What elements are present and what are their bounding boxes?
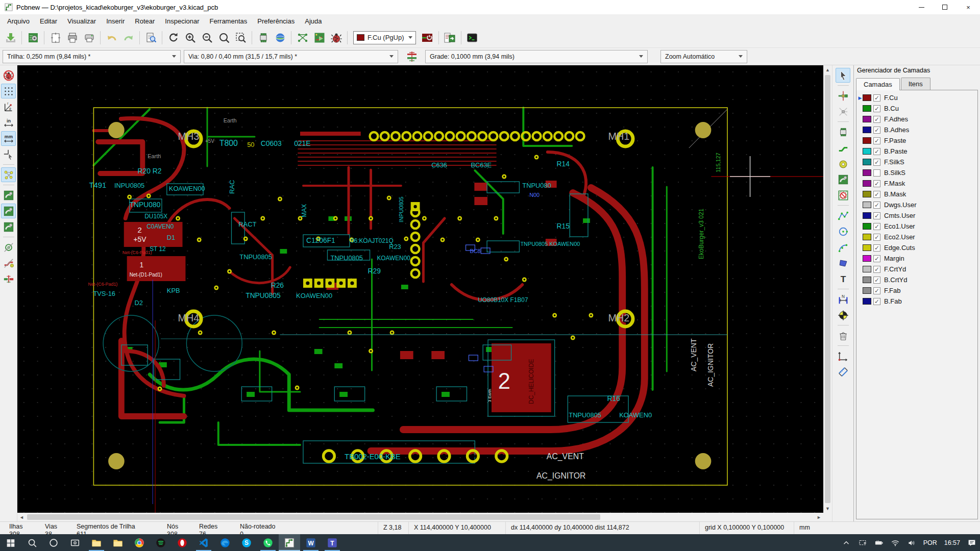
- track-outline-mode-button[interactable]: [1, 256, 16, 270]
- taskbar-whatsapp[interactable]: [257, 534, 279, 551]
- layer-color-swatch[interactable]: [863, 202, 871, 208]
- undo-button[interactable]: [104, 30, 119, 45]
- layer-visibility-checkbox[interactable]: ✓: [873, 277, 880, 284]
- taskbar-cast[interactable]: [854, 534, 871, 551]
- zoom-fit-button[interactable]: [216, 30, 232, 45]
- scroll-up-arrow[interactable]: ▲: [823, 65, 832, 74]
- zoom-select[interactable]: Zoom Automático: [660, 50, 747, 63]
- layer-row-f-paste[interactable]: ✓F.Paste: [856, 135, 977, 146]
- redo-button[interactable]: [120, 30, 136, 45]
- layer-row-b-adhes[interactable]: ✓B.Adhes: [856, 124, 977, 135]
- layer-visibility-checkbox[interactable]: ✓: [873, 223, 880, 230]
- layer-row-f-mask[interactable]: ✓F.Mask: [856, 178, 977, 189]
- menu-editar[interactable]: Editar: [35, 15, 62, 27]
- taskbar-skype[interactable]: [236, 534, 257, 551]
- scripting-console-button[interactable]: [464, 30, 480, 45]
- layer-row-eco2-user[interactable]: ✓Eco2.User: [856, 232, 977, 242]
- menu-arquivo[interactable]: Arquivo: [2, 15, 35, 27]
- taskbar-edge[interactable]: [214, 534, 236, 551]
- layer-visibility-checkbox[interactable]: ✓: [873, 212, 880, 219]
- cursor-shape-button[interactable]: [1, 147, 16, 162]
- add-arc-tool-button[interactable]: [836, 240, 850, 255]
- add-dimension-tool-button[interactable]: [836, 292, 850, 307]
- menu-ferramentas[interactable]: Ferramentas: [205, 15, 253, 27]
- polar-coordinates-button[interactable]: [1, 99, 16, 114]
- units-inches-button[interactable]: [1, 115, 16, 130]
- taskbar-cortana[interactable]: [43, 534, 64, 551]
- active-layer-select[interactable]: F.Cu (PgUp): [353, 31, 416, 44]
- ratsnest-visibility-button[interactable]: [1, 167, 16, 182]
- layer-color-swatch[interactable]: [863, 159, 871, 165]
- taskbar-word[interactable]: [300, 534, 322, 551]
- taskbar-opera[interactable]: [172, 534, 193, 551]
- layer-color-swatch[interactable]: [863, 191, 871, 197]
- taskbar-search[interactable]: [21, 534, 43, 551]
- taskbar-file-explorer[interactable]: [86, 534, 107, 551]
- taskbar-teams[interactable]: [322, 534, 343, 551]
- select-tool-button[interactable]: [836, 68, 850, 83]
- scroll-right-arrow[interactable]: ►: [815, 513, 823, 521]
- layer-color-swatch[interactable]: [863, 234, 871, 240]
- tab-camadas[interactable]: Camadas: [856, 78, 900, 90]
- layer-row-b-mask[interactable]: ✓B.Mask: [856, 189, 977, 199]
- layer-visibility-checkbox[interactable]: [873, 169, 880, 177]
- local-ratsnest-tool-button[interactable]: [836, 104, 850, 119]
- add-polygon-tool-button[interactable]: [836, 256, 850, 270]
- taskbar-clock[interactable]: 16:57: [941, 534, 964, 551]
- zoom-out-button[interactable]: [199, 30, 215, 45]
- route-tracks-tool-button[interactable]: [836, 140, 850, 155]
- plot-button[interactable]: [81, 30, 97, 45]
- taskbar-vscode[interactable]: [193, 534, 214, 551]
- layer-visibility-checkbox[interactable]: ✓: [873, 191, 880, 198]
- measure-tool-button[interactable]: [836, 364, 850, 379]
- canvas-horizontal-scrollbar[interactable]: ◄ ►: [17, 513, 823, 521]
- menu-ajuda[interactable]: Ajuda: [300, 15, 327, 27]
- menu-inserir[interactable]: Inserir: [101, 15, 130, 27]
- refresh-view-button[interactable]: [165, 30, 181, 45]
- drc-off-button[interactable]: [1, 68, 16, 83]
- print-button[interactable]: [64, 30, 80, 45]
- layer-visibility-checkbox[interactable]: ✓: [873, 148, 880, 155]
- layer-row-b-crtyd[interactable]: ✓B.CrtYd: [856, 274, 977, 285]
- layer-row-f-cu[interactable]: ▶✓F.Cu: [856, 92, 977, 103]
- board-setup-button[interactable]: [25, 30, 41, 45]
- layer-color-swatch[interactable]: [863, 127, 871, 133]
- menu-visualizar[interactable]: Visualizar: [62, 15, 101, 27]
- layer-visibility-checkbox[interactable]: ✓: [873, 266, 880, 273]
- highlight-net-tool-button[interactable]: [836, 88, 850, 103]
- show-ratsnest-button[interactable]: [295, 30, 310, 45]
- layer-row-dwgs-user[interactable]: ✓Dwgs.User: [856, 199, 977, 210]
- zone-no-fill-mode-button[interactable]: [1, 219, 16, 234]
- taskbar-language[interactable]: POR: [920, 534, 941, 551]
- layer-color-swatch[interactable]: [863, 277, 871, 283]
- vertical-scroll-thumb[interactable]: [825, 75, 830, 503]
- add-footprint-tool-button[interactable]: [836, 124, 850, 139]
- layer-color-swatch[interactable]: [863, 255, 871, 262]
- zoom-in-button[interactable]: [182, 30, 198, 45]
- maximize-button[interactable]: [933, 0, 957, 14]
- pcb-canvas[interactable]: MH3MH1MH4MH2Earth+5VEarthT80050C0603021E…: [17, 65, 823, 513]
- high-contrast-mode-button[interactable]: [1, 271, 16, 286]
- taskbar-notifications[interactable]: [964, 534, 980, 551]
- route-mode-button[interactable]: [311, 30, 327, 45]
- layer-row-cmts-user[interactable]: ✓Cmts.User: [856, 210, 977, 221]
- grid-visibility-button[interactable]: [1, 84, 16, 98]
- drc-button[interactable]: [328, 30, 344, 45]
- close-button[interactable]: ×: [957, 0, 980, 14]
- layer-color-swatch[interactable]: [863, 287, 871, 294]
- taskbar-task-view[interactable]: [64, 534, 86, 551]
- scroll-left-arrow[interactable]: ◄: [17, 513, 26, 521]
- zone-outline-mode-button[interactable]: [1, 204, 16, 218]
- layer-row-b-paste[interactable]: ✓B.Paste: [856, 146, 977, 157]
- layer-color-swatch[interactable]: [863, 137, 871, 144]
- 3d-viewer-button[interactable]: [272, 30, 288, 45]
- delete-tool-button[interactable]: [836, 328, 850, 343]
- taskbar-kicad[interactable]: [279, 534, 300, 551]
- layer-visibility-checkbox[interactable]: ✓: [873, 287, 880, 294]
- canvas-vertical-scrollbar[interactable]: ▲ ▼: [823, 65, 832, 513]
- add-zone-tool-button[interactable]: [836, 172, 850, 187]
- minimize-button[interactable]: [910, 0, 933, 14]
- layer-row-f-crtyd[interactable]: ✓F.CrtYd: [856, 264, 977, 274]
- layer-visibility-checkbox[interactable]: ✓: [873, 244, 880, 252]
- layer-color-swatch[interactable]: [863, 266, 871, 272]
